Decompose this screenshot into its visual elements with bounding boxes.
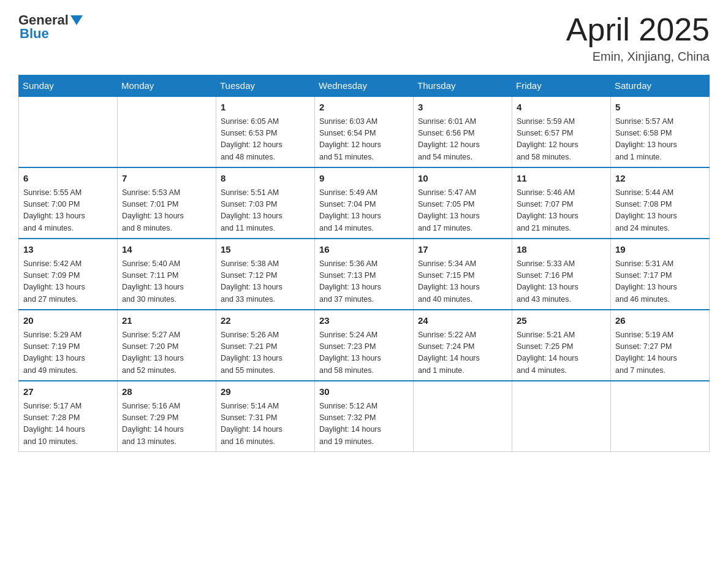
calendar-cell: 11Sunrise: 5:46 AMSunset: 7:07 PMDayligh… <box>512 167 611 239</box>
week-row-3: 13Sunrise: 5:42 AMSunset: 7:09 PMDayligh… <box>19 239 710 310</box>
calendar-title: April 2025 <box>566 12 710 47</box>
calendar-cell: 3Sunrise: 6:01 AMSunset: 6:56 PMDaylight… <box>414 96 512 167</box>
calendar-cell: 25Sunrise: 5:21 AMSunset: 7:25 PMDayligh… <box>512 310 611 381</box>
calendar-cell: 9Sunrise: 5:49 AMSunset: 7:04 PMDaylight… <box>315 167 414 239</box>
day-number: 23 <box>319 314 409 328</box>
day-number: 17 <box>418 243 507 257</box>
calendar-cell: 27Sunrise: 5:17 AMSunset: 7:28 PMDayligh… <box>19 381 118 452</box>
day-info: Sunrise: 5:31 AMSunset: 7:17 PMDaylight:… <box>615 258 705 306</box>
day-number: 10 <box>418 172 507 186</box>
day-info: Sunrise: 5:42 AMSunset: 7:09 PMDaylight:… <box>23 258 113 306</box>
calendar-cell: 28Sunrise: 5:16 AMSunset: 7:29 PMDayligh… <box>118 381 216 452</box>
week-row-4: 20Sunrise: 5:29 AMSunset: 7:19 PMDayligh… <box>19 310 710 381</box>
calendar-cell: 24Sunrise: 5:22 AMSunset: 7:24 PMDayligh… <box>414 310 512 381</box>
week-row-1: 1Sunrise: 6:05 AMSunset: 6:53 PMDaylight… <box>19 96 710 167</box>
day-number: 16 <box>319 243 409 257</box>
calendar-cell <box>414 381 512 452</box>
logo-blue-text: Blue <box>18 26 49 42</box>
day-info: Sunrise: 5:47 AMSunset: 7:05 PMDaylight:… <box>418 187 507 235</box>
header-day-wednesday: Wednesday <box>315 75 414 97</box>
page-header: General Blue April 2025 Emin, Xinjiang, … <box>18 12 710 64</box>
calendar-cell: 15Sunrise: 5:38 AMSunset: 7:12 PMDayligh… <box>216 239 315 310</box>
day-info: Sunrise: 5:19 AMSunset: 7:27 PMDaylight:… <box>615 329 705 377</box>
week-row-2: 6Sunrise: 5:55 AMSunset: 7:00 PMDaylight… <box>19 167 710 239</box>
day-info: Sunrise: 5:22 AMSunset: 7:24 PMDaylight:… <box>418 329 507 377</box>
day-number: 12 <box>615 172 705 186</box>
day-number: 28 <box>122 385 211 399</box>
day-info: Sunrise: 5:12 AMSunset: 7:32 PMDaylight:… <box>319 400 409 448</box>
calendar-cell: 26Sunrise: 5:19 AMSunset: 7:27 PMDayligh… <box>611 310 710 381</box>
day-number: 6 <box>23 172 113 186</box>
day-info: Sunrise: 5:59 AMSunset: 6:57 PMDaylight:… <box>517 116 606 164</box>
week-row-5: 27Sunrise: 5:17 AMSunset: 7:28 PMDayligh… <box>19 381 710 452</box>
day-number: 4 <box>517 101 606 115</box>
day-number: 9 <box>319 172 409 186</box>
day-info: Sunrise: 5:26 AMSunset: 7:21 PMDaylight:… <box>221 329 310 377</box>
day-info: Sunrise: 5:51 AMSunset: 7:03 PMDaylight:… <box>221 187 310 235</box>
calendar-cell: 12Sunrise: 5:44 AMSunset: 7:08 PMDayligh… <box>611 167 710 239</box>
day-info: Sunrise: 6:03 AMSunset: 6:54 PMDaylight:… <box>319 116 409 164</box>
day-number: 5 <box>615 101 705 115</box>
day-info: Sunrise: 5:33 AMSunset: 7:16 PMDaylight:… <box>517 258 606 306</box>
day-info: Sunrise: 5:53 AMSunset: 7:01 PMDaylight:… <box>122 187 211 235</box>
calendar-header: SundayMondayTuesdayWednesdayThursdayFrid… <box>19 75 710 97</box>
day-info: Sunrise: 5:38 AMSunset: 7:12 PMDaylight:… <box>221 258 310 306</box>
day-info: Sunrise: 5:14 AMSunset: 7:31 PMDaylight:… <box>221 400 310 448</box>
calendar-cell: 6Sunrise: 5:55 AMSunset: 7:00 PMDaylight… <box>19 167 118 239</box>
day-info: Sunrise: 5:57 AMSunset: 6:58 PMDaylight:… <box>615 116 705 164</box>
day-number: 27 <box>23 385 113 399</box>
day-info: Sunrise: 6:05 AMSunset: 6:53 PMDaylight:… <box>221 116 310 164</box>
title-block: April 2025 Emin, Xinjiang, China <box>566 12 710 64</box>
day-info: Sunrise: 5:16 AMSunset: 7:29 PMDaylight:… <box>122 400 211 448</box>
calendar-cell: 5Sunrise: 5:57 AMSunset: 6:58 PMDaylight… <box>611 96 710 167</box>
calendar-cell: 13Sunrise: 5:42 AMSunset: 7:09 PMDayligh… <box>19 239 118 310</box>
calendar-cell: 21Sunrise: 5:27 AMSunset: 7:20 PMDayligh… <box>118 310 216 381</box>
day-number: 25 <box>517 314 606 328</box>
logo: General Blue <box>18 12 83 42</box>
day-number: 24 <box>418 314 507 328</box>
calendar-cell: 30Sunrise: 5:12 AMSunset: 7:32 PMDayligh… <box>315 381 414 452</box>
day-number: 18 <box>517 243 606 257</box>
calendar-cell: 2Sunrise: 6:03 AMSunset: 6:54 PMDaylight… <box>315 96 414 167</box>
day-number: 20 <box>23 314 113 328</box>
calendar-cell <box>611 381 710 452</box>
day-info: Sunrise: 6:01 AMSunset: 6:56 PMDaylight:… <box>418 116 507 164</box>
calendar-cell: 7Sunrise: 5:53 AMSunset: 7:01 PMDaylight… <box>118 167 216 239</box>
day-info: Sunrise: 5:36 AMSunset: 7:13 PMDaylight:… <box>319 258 409 306</box>
calendar-cell <box>118 96 216 167</box>
day-info: Sunrise: 5:17 AMSunset: 7:28 PMDaylight:… <box>23 400 113 448</box>
day-number: 8 <box>221 172 310 186</box>
header-day-sunday: Sunday <box>19 75 118 97</box>
calendar-body: 1Sunrise: 6:05 AMSunset: 6:53 PMDaylight… <box>19 96 710 452</box>
day-info: Sunrise: 5:34 AMSunset: 7:15 PMDaylight:… <box>418 258 507 306</box>
day-number: 3 <box>418 101 507 115</box>
calendar-cell: 14Sunrise: 5:40 AMSunset: 7:11 PMDayligh… <box>118 239 216 310</box>
day-number: 13 <box>23 243 113 257</box>
day-number: 22 <box>221 314 310 328</box>
day-number: 30 <box>319 385 409 399</box>
calendar-cell: 1Sunrise: 6:05 AMSunset: 6:53 PMDaylight… <box>216 96 315 167</box>
calendar-cell: 10Sunrise: 5:47 AMSunset: 7:05 PMDayligh… <box>414 167 512 239</box>
day-info: Sunrise: 5:49 AMSunset: 7:04 PMDaylight:… <box>319 187 409 235</box>
calendar-cell: 20Sunrise: 5:29 AMSunset: 7:19 PMDayligh… <box>19 310 118 381</box>
calendar-cell: 18Sunrise: 5:33 AMSunset: 7:16 PMDayligh… <box>512 239 611 310</box>
day-number: 15 <box>221 243 310 257</box>
logo-arrow-icon <box>70 15 83 25</box>
calendar-subtitle: Emin, Xinjiang, China <box>566 50 710 64</box>
day-info: Sunrise: 5:21 AMSunset: 7:25 PMDaylight:… <box>517 329 606 377</box>
calendar-cell: 22Sunrise: 5:26 AMSunset: 7:21 PMDayligh… <box>216 310 315 381</box>
calendar-cell <box>19 96 118 167</box>
header-day-saturday: Saturday <box>611 75 710 97</box>
calendar-cell: 8Sunrise: 5:51 AMSunset: 7:03 PMDaylight… <box>216 167 315 239</box>
calendar-cell: 4Sunrise: 5:59 AMSunset: 6:57 PMDaylight… <box>512 96 611 167</box>
day-info: Sunrise: 5:44 AMSunset: 7:08 PMDaylight:… <box>615 187 705 235</box>
day-number: 11 <box>517 172 606 186</box>
day-info: Sunrise: 5:27 AMSunset: 7:20 PMDaylight:… <box>122 329 211 377</box>
calendar-table: SundayMondayTuesdayWednesdayThursdayFrid… <box>18 75 710 452</box>
day-info: Sunrise: 5:46 AMSunset: 7:07 PMDaylight:… <box>517 187 606 235</box>
day-number: 2 <box>319 101 409 115</box>
day-info: Sunrise: 5:40 AMSunset: 7:11 PMDaylight:… <box>122 258 211 306</box>
day-number: 7 <box>122 172 211 186</box>
calendar-cell: 19Sunrise: 5:31 AMSunset: 7:17 PMDayligh… <box>611 239 710 310</box>
day-number: 29 <box>221 385 310 399</box>
